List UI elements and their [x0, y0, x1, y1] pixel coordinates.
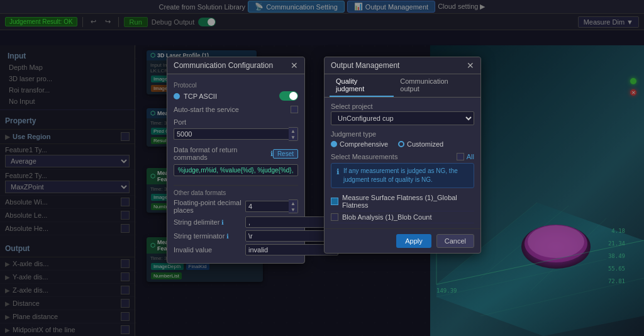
data-format-label: Data format of return commands [174, 146, 269, 161]
string-term-row: String terminator ℹ [174, 230, 298, 242]
tcp-label: TCP ASCII [184, 92, 275, 100]
comm-dialog-body: Protocol TCP ASCII Auto-start the servic… [167, 74, 304, 263]
output-dialog-title: Output Management [331, 61, 399, 70]
term-info-icon[interactable]: ℹ [226, 233, 229, 240]
port-spinbox: ▲ ▼ [174, 127, 298, 141]
output-tab-bar: Quality judgment Communication output [325, 74, 480, 98]
meas-check-1[interactable] [331, 213, 338, 221]
auto-start-row: Auto-start the service [174, 104, 298, 115]
comm-dialog: Communication Configuration ✕ Protocol T… [167, 57, 305, 264]
select-project-label: Select project [331, 103, 474, 110]
string-term-label: String terminator ℹ [174, 232, 243, 240]
float-spinbuttons: ▲ ▼ [289, 199, 298, 213]
comprehensive-option[interactable]: Comprehensive [331, 140, 388, 148]
invalid-val-label: Invalid value [174, 246, 243, 254]
output-dialog-footer: Apply Cancel [325, 228, 480, 253]
port-spinbuttons: ▲ ▼ [289, 127, 298, 141]
project-select[interactable]: UnConfigured cup [331, 111, 474, 125]
measurement-item-0: Measure Surface Flatness (1)_Global Flat… [331, 192, 474, 211]
meas-check-0[interactable] [331, 198, 338, 205]
judgment-type-label: Judgment type [331, 130, 474, 138]
port-up[interactable]: ▲ [289, 128, 297, 134]
apply-button[interactable]: Apply [396, 234, 431, 248]
float-places-row: Floating-point decimal places ▲ ▼ [174, 199, 298, 214]
select-project-row: Select project UnConfigured cup [331, 103, 474, 125]
tab-quality-judgment[interactable]: Quality judgment [330, 74, 394, 97]
float-places-label: Floating-point decimal places [174, 199, 243, 214]
tcp-radio[interactable] [174, 93, 180, 99]
measurements-label: Select Measurements [331, 153, 397, 160]
output-dialog-body: Select project UnConfigured cup Judgment… [325, 98, 480, 228]
float-spinbox: ▲ ▼ [245, 199, 298, 213]
info-box-icon: ℹ [336, 167, 340, 176]
info-box-text: If any measurement is judged as NG, the … [343, 167, 469, 184]
all-checkbox-row: All [457, 153, 474, 160]
format-input[interactable] [174, 164, 298, 176]
protocol-toggle[interactable] [279, 91, 298, 101]
all-checkbox[interactable] [457, 153, 464, 160]
comm-dialog-title: Communication Configuration [174, 61, 273, 70]
invalid-val-row: Invalid value [174, 244, 298, 255]
output-dialog-close[interactable]: ✕ [467, 61, 474, 70]
port-input[interactable] [174, 128, 289, 140]
string-delim-row: String delimiter ℹ [174, 216, 298, 228]
data-format-row: Data format of return commands ℹ Reset [174, 146, 298, 161]
auto-start-label: Auto-start the service [174, 106, 239, 113]
port-down[interactable]: ▼ [289, 134, 297, 140]
cancel-button[interactable]: Cancel [436, 234, 474, 248]
other-formats-label: Other data formats [174, 185, 298, 196]
float-down[interactable]: ▼ [289, 206, 297, 213]
measurement-item-1: Blob Analysis (1)_Blob Count [331, 211, 474, 223]
float-input[interactable] [245, 201, 289, 212]
auto-start-checkbox[interactable] [291, 106, 298, 113]
modal-overlay [0, 0, 644, 336]
output-dialog: Output Management ✕ Quality judgment Com… [324, 57, 481, 254]
comm-dialog-title-bar: Communication Configuration ✕ [167, 57, 304, 74]
protocol-section-label: Protocol [174, 82, 298, 89]
meas-label-0: Measure Surface Flatness (1)_Global Flat… [342, 194, 474, 209]
port-label: Port [174, 118, 298, 126]
meas-label-1: Blob Analysis (1)_Blob Count [342, 213, 431, 221]
float-up[interactable]: ▲ [289, 200, 297, 206]
delim-info-icon[interactable]: ℹ [221, 219, 224, 226]
port-row: Port ▲ ▼ [174, 118, 298, 141]
judgment-radio-row: Comprehensive Customized [331, 140, 474, 148]
comprehensive-radio[interactable] [331, 141, 337, 147]
all-label[interactable]: All [467, 153, 474, 160]
info-box: ℹ If any measurement is judged as NG, th… [331, 163, 474, 188]
comm-dialog-close[interactable]: ✕ [291, 61, 298, 70]
output-dialog-title-bar: Output Management ✕ [325, 57, 480, 74]
judgment-type-row: Judgment type Comprehensive Customized [331, 130, 474, 148]
customized-radio[interactable] [398, 141, 404, 147]
tab-comm-output[interactable]: Communication output [394, 74, 475, 97]
customized-option[interactable]: Customized [398, 140, 443, 148]
customized-label: Customized [407, 140, 443, 148]
string-delim-label: String delimiter ℹ [174, 218, 243, 226]
comprehensive-label: Comprehensive [340, 140, 388, 148]
measurements-header: Select Measurements All [331, 153, 474, 160]
protocol-row: TCP ASCII [174, 91, 298, 101]
reset-button[interactable]: Reset [273, 149, 298, 159]
